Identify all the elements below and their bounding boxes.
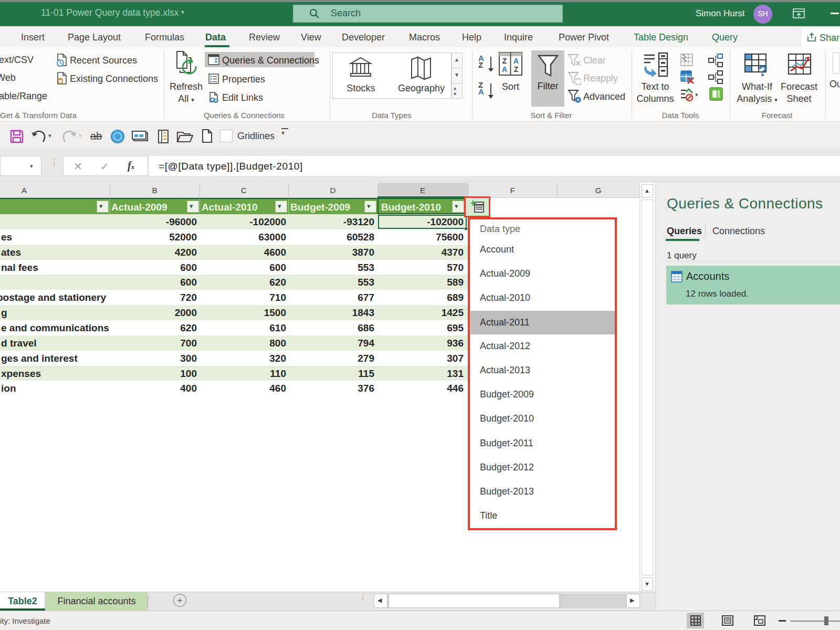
svg-text:?: ? <box>758 62 768 78</box>
svg-text:A: A <box>502 65 507 74</box>
svg-text:Z: Z <box>502 57 507 65</box>
svg-text:A: A <box>513 57 519 65</box>
svg-text:Z: Z <box>514 65 519 74</box>
